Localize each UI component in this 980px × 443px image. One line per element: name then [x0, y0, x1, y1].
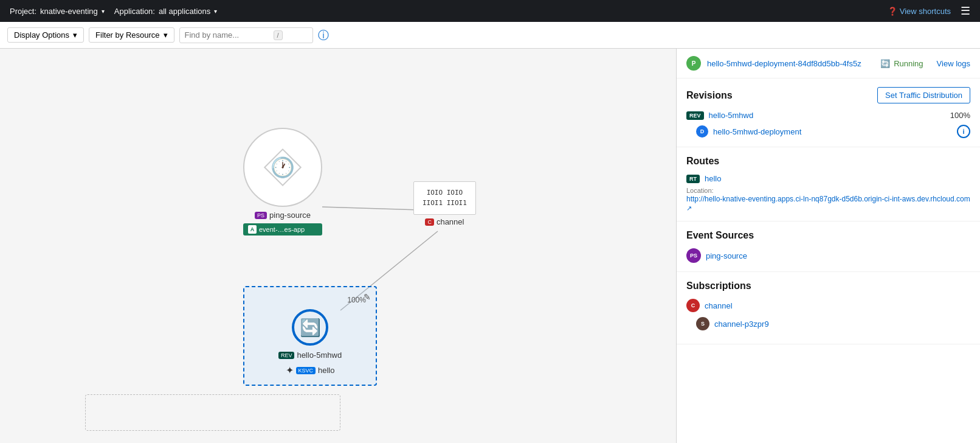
display-options-chevron-icon: ▾	[73, 30, 77, 40]
project-chevron-icon: ▾	[102, 8, 105, 15]
display-options-button[interactable]: Display Options ▾	[7, 27, 84, 43]
subscriptions-header: Subscriptions	[686, 281, 970, 291]
channel-pattern: IOIO IOIOIIOI1 IIOI1	[423, 188, 467, 208]
revision-link[interactable]: hello-5mhwd	[709, 111, 754, 120]
sync-icon: 🔄	[880, 59, 890, 68]
external-link-icon: ↗	[686, 204, 692, 212]
view-shortcuts-link[interactable]: ❓ View shortcuts	[888, 7, 951, 16]
search-input[interactable]	[185, 30, 270, 40]
edit-icon[interactable]: ✎	[364, 292, 371, 302]
question-icon: ❓	[888, 7, 897, 16]
ksvc-type-badge: KSVC	[296, 367, 316, 374]
channel-p-sub-row: S channel-p3zpr9	[696, 317, 970, 330]
ping-source-name: ping-source	[269, 211, 311, 220]
revision-row: REV hello-5mhwd 100%	[686, 111, 970, 120]
pod-link[interactable]: hello-5mhwd-deployment-84df8dd5bb-4fs5z	[707, 59, 861, 68]
route-row: RT hello	[686, 174, 970, 183]
event-source-ps-badge: PS	[686, 248, 701, 263]
event-app-badge[interactable]: A event-…es-app	[243, 223, 322, 235]
route-url-link[interactable]: http://hello-knative-eventing.apps.ci-ln…	[686, 195, 970, 212]
rev-name: hello-5mhwd	[297, 351, 342, 360]
svg-line-0	[322, 207, 419, 210]
app-chevron-icon: ▾	[214, 8, 217, 15]
bottom-placeholder-box	[85, 394, 340, 431]
route-location-label: Location:	[686, 187, 970, 194]
event-sources-header: Event Sources	[686, 230, 970, 241]
deployment-badge: D	[696, 125, 708, 138]
topology-canvas[interactable]: 🕐 PS ping-source A event-…es-app IOIO IO…	[0, 49, 676, 443]
hello-revision-box[interactable]: ✎ 100% 🔄 REV hello-5mhwd ✦ KSVC hello	[243, 286, 377, 386]
channel-p-sub-badge: S	[696, 317, 709, 330]
ping-source-circle: 🕐	[243, 128, 322, 207]
project-label: Project:	[10, 7, 36, 16]
app-selector[interactable]: Application: all applications ▾	[114, 7, 218, 16]
info-icon[interactable]: ⓘ	[318, 28, 329, 43]
routes-title: Routes	[686, 156, 719, 167]
deployment-row: D hello-5mhwd-deployment i	[696, 125, 970, 138]
revisions-header: Revisions Set Traffic Distribution	[686, 87, 970, 103]
hello-ksvc-row: ✦ KSVC hello	[254, 365, 366, 376]
hello-percent: 100%	[254, 296, 366, 304]
channel-rect: IOIO IOIOIIOI1 IIOI1	[413, 181, 476, 215]
filter-chevron-icon: ▾	[164, 30, 168, 40]
view-logs-link[interactable]: View logs	[937, 59, 970, 68]
ping-source-clock-icon: 🕐	[271, 156, 295, 179]
rt-badge: RT	[686, 175, 700, 183]
route-link[interactable]: hello	[705, 174, 721, 183]
event-sources-title: Event Sources	[686, 230, 754, 241]
channel-label: channel	[437, 217, 464, 226]
slash-shortcut-badge: /	[274, 30, 283, 40]
hamburger-menu-icon[interactable]: ☰	[961, 4, 970, 18]
channel-label-row: C channel	[413, 217, 476, 226]
deployment-link[interactable]: hello-5mhwd-deployment	[713, 127, 801, 136]
revision-percent: 100%	[950, 111, 970, 120]
event-sources-section: Event Sources PS ping-source	[677, 221, 980, 272]
deployment-info-icon[interactable]: i	[957, 125, 970, 138]
nav-right: ❓ View shortcuts ☰	[888, 4, 970, 18]
ps-type-badge: PS	[255, 212, 267, 219]
hello-icon-wrap: 🔄	[254, 309, 366, 346]
routes-header: Routes	[686, 156, 970, 167]
pod-type-badge: P	[686, 56, 701, 71]
toolbar: Display Options ▾ Filter by Resource ▾ /…	[0, 22, 980, 49]
revisions-section: Revisions Set Traffic Distribution REV h…	[677, 78, 980, 147]
project-selector[interactable]: Project: knative-eventing ▾	[10, 7, 105, 16]
routes-section: Routes RT hello Location: http://hello-k…	[677, 147, 980, 221]
inner-arrows-icon: 🔄	[300, 318, 321, 338]
filter-by-resource-button[interactable]: Filter by Resource ▾	[89, 27, 174, 43]
app-name: all applications	[159, 7, 210, 16]
a-icon: A	[248, 225, 257, 234]
event-source-row: PS ping-source	[686, 248, 970, 263]
top-nav: Project: knative-eventing ▾ Application:…	[0, 0, 980, 22]
search-field-wrap: /	[179, 27, 313, 43]
event-app-name: event-…es-app	[259, 226, 305, 233]
set-traffic-distribution-button[interactable]: Set Traffic Distribution	[877, 87, 970, 103]
rev-type-badge: REV	[278, 352, 295, 359]
pod-status-text: Running	[894, 59, 923, 68]
ping-source-node[interactable]: 🕐 PS ping-source A event-…es-app	[243, 128, 322, 235]
channel-sub-row: C channel	[686, 299, 970, 312]
project-name: knative-eventing	[40, 7, 98, 16]
channel-type-badge: C	[425, 218, 434, 226]
subscriptions-section: Subscriptions C channel S channel-p3zpr9	[677, 272, 980, 344]
ksvc-star-icon: ✦	[286, 365, 294, 376]
pod-status: 🔄 Running	[880, 59, 923, 68]
revisions-title: Revisions	[686, 90, 733, 101]
rev-badge: REV	[686, 111, 704, 120]
route-url-text: http://hello-knative-eventing.apps.ci-ln…	[686, 195, 970, 203]
subscriptions-title: Subscriptions	[686, 281, 751, 291]
pod-status-row: P hello-5mhwd-deployment-84df8dd5bb-4fs5…	[677, 49, 980, 78]
main-layout: 🕐 PS ping-source A event-…es-app IOIO IO…	[0, 49, 980, 443]
right-panel: P hello-5mhwd-deployment-84df8dd5bb-4fs5…	[676, 49, 980, 443]
ping-source-label-row: PS ping-source	[243, 211, 322, 220]
rev-label-row: REV hello-5mhwd	[254, 351, 366, 360]
channel-sub-badge: C	[686, 299, 700, 312]
ksvc-icon: 🔄	[292, 309, 328, 346]
channel-node[interactable]: IOIO IOIOIIOI1 IIOI1 C channel	[413, 181, 476, 226]
hello-ksvc-name: hello	[318, 366, 334, 375]
channel-p-sub-link[interactable]: channel-p3zpr9	[714, 319, 769, 329]
channel-sub-link[interactable]: channel	[705, 301, 733, 310]
app-label: Application:	[114, 7, 155, 16]
event-source-link[interactable]: ping-source	[706, 251, 747, 260]
